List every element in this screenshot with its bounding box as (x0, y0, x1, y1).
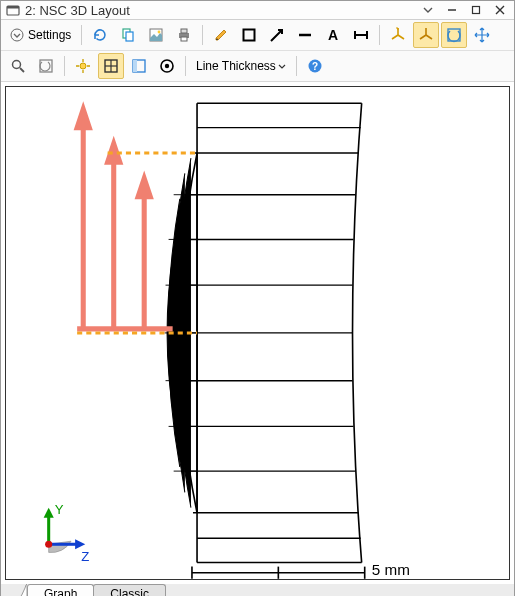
rectangle-tool-button[interactable] (236, 22, 262, 48)
layout-icon (131, 58, 147, 74)
svg-line-20 (20, 68, 24, 72)
toolbar-secondary: Line Thickness ? (1, 51, 514, 82)
axes-rotate-icon (390, 27, 406, 43)
dimension-icon (353, 27, 369, 43)
tab-classic[interactable]: Classic (93, 584, 166, 596)
toolbar-primary: Settings (1, 20, 514, 51)
line-horiz-icon (297, 27, 313, 43)
chevron-down-circle-icon (10, 28, 24, 42)
svg-point-4 (11, 29, 23, 41)
help-button[interactable]: ? (302, 53, 328, 79)
print-button[interactable] (171, 22, 197, 48)
rays-icon (75, 58, 91, 74)
minimize-button[interactable] (442, 1, 462, 19)
viewport-3d[interactable]: 5 mm Z Y (5, 86, 510, 580)
camera-lock-button[interactable] (413, 22, 439, 48)
dimension-tool-button[interactable] (348, 22, 374, 48)
separator (202, 25, 203, 45)
tab-curve-decoration (9, 584, 27, 596)
settings-label: Settings (28, 28, 71, 42)
pan-arrows-icon (474, 27, 490, 43)
maximize-button[interactable] (466, 1, 486, 19)
help-icon: ? (307, 58, 323, 74)
line-thickness-label: Line Thickness (196, 59, 276, 73)
target-icon (159, 58, 175, 74)
line-tool-button[interactable] (292, 22, 318, 48)
separator (81, 25, 82, 45)
titlebar: 2: NSC 3D Layout (1, 1, 514, 20)
svg-point-69 (45, 541, 52, 548)
pencil-icon (213, 27, 229, 43)
svg-text:A: A (328, 27, 338, 43)
arrow-diag-icon (269, 27, 285, 43)
axis-y-label: Y (55, 502, 64, 517)
close-button[interactable] (490, 1, 510, 19)
svg-rect-10 (181, 29, 187, 33)
orbit-icon (446, 27, 462, 43)
separator (296, 56, 297, 76)
axes-locked-icon (418, 27, 434, 43)
layout-drawing: 5 mm Z Y (6, 87, 509, 579)
svg-rect-12 (244, 30, 255, 41)
rotate-3d-button[interactable] (385, 22, 411, 48)
arrow-tool-button[interactable] (264, 22, 290, 48)
zoom-button[interactable] (5, 53, 31, 79)
svg-rect-27 (133, 60, 137, 72)
rectangle-icon (241, 27, 257, 43)
tab-graph[interactable]: Graph (27, 584, 94, 596)
fit-icon (103, 58, 119, 74)
axis-z-label: Z (81, 549, 89, 564)
line-thickness-dropdown[interactable]: Line Thickness (191, 53, 291, 79)
pan-button[interactable] (469, 22, 495, 48)
toggle-rays-button[interactable] (70, 53, 96, 79)
refresh-button[interactable] (87, 22, 113, 48)
app-icon (5, 2, 21, 18)
zoom-rect-icon (38, 58, 54, 74)
tab-graph-label: Graph (44, 587, 77, 596)
svg-marker-68 (44, 508, 54, 518)
svg-point-22 (80, 63, 86, 69)
orbit-button[interactable] (441, 22, 467, 48)
text-a-icon: A (325, 27, 341, 43)
viewport-container: 5 mm Z Y (1, 82, 514, 584)
dropdown-button[interactable] (418, 1, 438, 19)
svg-text:?: ? (312, 61, 318, 72)
tab-classic-label: Classic (110, 587, 149, 596)
svg-point-19 (13, 61, 21, 69)
scale-label: 5 mm (372, 561, 410, 578)
zoom-rect-button[interactable] (33, 53, 59, 79)
text-tool-button[interactable]: A (320, 22, 346, 48)
image-save-icon (148, 27, 164, 43)
svg-marker-54 (77, 109, 89, 127)
pencil-tool-button[interactable] (208, 22, 234, 48)
dropdown-caret-icon (278, 59, 286, 73)
zoom-icon (10, 58, 26, 74)
tab-bar: Graph Classic (1, 584, 514, 596)
svg-rect-1 (7, 6, 19, 9)
svg-marker-58 (138, 178, 150, 196)
refresh-icon (92, 27, 108, 43)
svg-point-8 (158, 31, 161, 34)
svg-rect-3 (473, 7, 480, 14)
svg-rect-11 (181, 37, 187, 41)
window-title: 2: NSC 3D Layout (25, 3, 414, 18)
separator (185, 56, 186, 76)
save-image-button[interactable] (143, 22, 169, 48)
copy-icon (120, 27, 136, 43)
layout-button[interactable] (126, 53, 152, 79)
separator (64, 56, 65, 76)
separator (379, 25, 380, 45)
target-button[interactable] (154, 53, 180, 79)
copy-button[interactable] (115, 22, 141, 48)
settings-expand-button[interactable]: Settings (5, 22, 76, 48)
fit-view-button[interactable] (98, 53, 124, 79)
window-frame: 2: NSC 3D Layout Settings (0, 0, 515, 596)
svg-point-29 (165, 64, 169, 68)
svg-rect-6 (126, 32, 133, 41)
print-icon (176, 27, 192, 43)
